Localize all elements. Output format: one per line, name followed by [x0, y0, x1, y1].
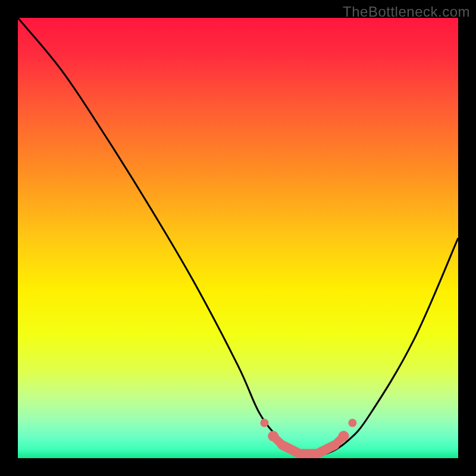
svg-line-5: [273, 436, 282, 445]
svg-point-1: [260, 419, 268, 427]
bottleneck-curve: [18, 18, 458, 456]
chart-frame: TheBottleneck.com: [0, 0, 476, 476]
optimal-zone-curve: [282, 445, 335, 454]
curve-layer: [18, 18, 458, 458]
plot-area: [18, 18, 458, 458]
svg-line-6: [335, 436, 344, 445]
svg-point-4: [348, 419, 356, 427]
optimal-zone-dots: [260, 419, 356, 445]
